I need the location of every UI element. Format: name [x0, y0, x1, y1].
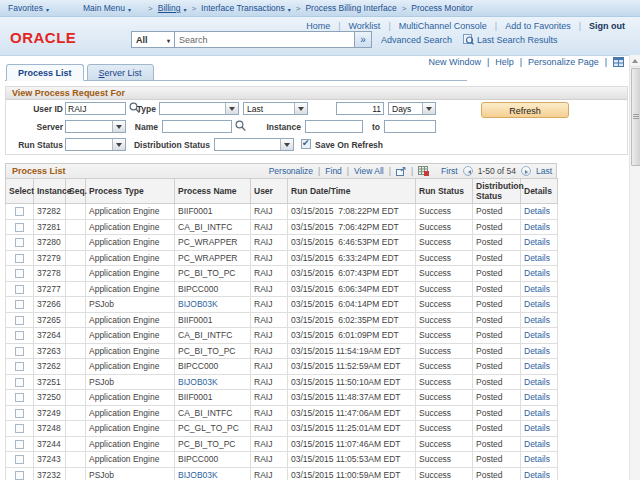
details-link[interactable]: Details — [524, 268, 550, 278]
row-checkbox[interactable] — [15, 409, 24, 418]
details-link[interactable]: Details — [524, 423, 550, 433]
chevron-down-icon[interactable]: ▾ — [46, 5, 49, 12]
details-link[interactable]: Details — [524, 361, 550, 371]
breadcrumb-label[interactable]: Billing — [158, 3, 181, 13]
type-select[interactable] — [159, 102, 239, 115]
grid-toolbar-link[interactable]: View All — [342, 166, 384, 176]
row-checkbox[interactable] — [15, 269, 24, 278]
row-checkbox[interactable] — [15, 207, 24, 216]
details-link[interactable]: Details — [524, 408, 550, 418]
row-checkbox[interactable] — [15, 378, 24, 387]
name-lookup-icon[interactable] — [235, 120, 246, 132]
details-link[interactable]: Details — [524, 315, 550, 325]
personalize-layout-icon[interactable] — [605, 57, 624, 67]
row-checkbox[interactable] — [15, 440, 24, 449]
pagination-next-icon[interactable] — [521, 166, 531, 176]
row-checkbox[interactable] — [15, 455, 24, 464]
last-search-results-link[interactable]: Last Search Results — [477, 35, 558, 45]
breadcrumb-label[interactable]: Favorites — [8, 3, 43, 13]
breadcrumb-label[interactable]: Process Monitor — [411, 3, 472, 13]
details-link[interactable]: Details — [524, 253, 550, 263]
chevron-down-icon[interactable] — [422, 103, 435, 114]
row-checkbox[interactable] — [15, 316, 24, 325]
chevron-down-icon[interactable] — [112, 121, 125, 132]
process-name-link[interactable]: BIJOB03K — [178, 377, 218, 387]
details-link[interactable]: Details — [524, 330, 550, 340]
row-checkbox[interactable] — [15, 362, 24, 371]
advanced-search-link[interactable]: Advanced Search — [381, 35, 452, 45]
chevron-down-icon[interactable]: ▾ — [183, 5, 186, 12]
chevron-down-icon[interactable] — [280, 139, 293, 150]
download-to-excel-icon[interactable] — [406, 166, 429, 176]
server-select[interactable] — [65, 120, 126, 133]
details-link[interactable]: Details — [524, 454, 550, 464]
breadcrumb-item[interactable]: > Billing ▾ — [143, 3, 186, 13]
top-nav-link[interactable]: Home — [306, 21, 330, 31]
row-checkbox[interactable] — [15, 223, 24, 232]
pagination-last-link[interactable]: Last — [536, 166, 552, 176]
row-checkbox[interactable] — [15, 331, 24, 340]
chevron-down-icon[interactable] — [294, 103, 307, 114]
row-checkbox[interactable] — [15, 393, 24, 402]
last-select[interactable]: Last — [243, 102, 308, 115]
pagination-first-link[interactable]: First — [441, 166, 458, 176]
page-action-link[interactable]: New Window — [428, 57, 481, 67]
details-link[interactable]: Details — [524, 206, 550, 216]
days-count-input[interactable] — [336, 102, 384, 115]
zoom-popup-icon[interactable] — [384, 166, 406, 176]
chevron-down-icon[interactable] — [225, 103, 238, 114]
distribution-status-select[interactable] — [214, 138, 294, 151]
details-link[interactable]: Details — [524, 346, 550, 356]
breadcrumb-label[interactable]: Main Menu — [83, 3, 125, 13]
row-checkbox[interactable] — [15, 254, 24, 263]
row-checkbox[interactable] — [15, 424, 24, 433]
process-name-link[interactable]: BIJOB03K — [178, 299, 218, 309]
grid-toolbar-link[interactable]: Personalize — [269, 166, 313, 176]
details-link[interactable]: Details — [524, 222, 550, 232]
breadcrumb-item[interactable]: > Interface Transactions ▾ — [186, 3, 290, 13]
run-status-select[interactable] — [65, 138, 126, 151]
page-action-link[interactable]: Help — [481, 57, 514, 67]
breadcrumb-item[interactable]: Favorites ▾ — [8, 3, 49, 13]
top-nav-link[interactable]: Worklist — [330, 21, 380, 31]
breadcrumb-item[interactable]: > Process Billing Interface — [291, 3, 397, 13]
breadcrumb-label[interactable]: Interface Transactions — [201, 3, 285, 13]
top-nav-link[interactable]: Add to Favorites — [487, 21, 571, 31]
row-checkbox[interactable] — [15, 347, 24, 356]
days-unit-select[interactable]: Days — [388, 102, 436, 115]
top-nav-link[interactable]: Sign out — [571, 21, 625, 31]
tab[interactable]: Process List — [6, 64, 84, 81]
row-checkbox[interactable] — [15, 285, 24, 294]
search-scope-select[interactable]: All ▾ — [131, 31, 175, 48]
breadcrumb-item[interactable]: > Process Monitor — [397, 3, 473, 13]
scrollbar-up-arrow-icon[interactable] — [630, 55, 640, 67]
chevron-down-icon[interactable] — [112, 139, 125, 150]
save-on-refresh-checkbox[interactable] — [301, 139, 311, 149]
details-link[interactable]: Details — [524, 439, 550, 449]
search-go-button[interactable]: » — [355, 31, 372, 48]
details-link[interactable]: Details — [524, 377, 550, 387]
vertical-scrollbar[interactable] — [629, 55, 640, 480]
search-input[interactable] — [175, 31, 355, 48]
details-link[interactable]: Details — [524, 470, 550, 480]
top-nav-link[interactable]: MultiChannel Console — [380, 21, 486, 31]
last-search-results[interactable]: Last Search Results — [463, 34, 558, 45]
row-checkbox[interactable] — [15, 238, 24, 247]
pagination-prev-icon[interactable] — [463, 166, 473, 176]
details-link[interactable]: Details — [524, 237, 550, 247]
details-link[interactable]: Details — [524, 284, 550, 294]
details-link[interactable]: Details — [524, 392, 550, 402]
scrollbar-thumb[interactable] — [631, 68, 640, 166]
tab[interactable]: Server List — [87, 64, 154, 81]
grid-toolbar-link[interactable]: Find — [313, 166, 342, 176]
breadcrumb-item[interactable]: Main Menu ▾ — [83, 3, 131, 13]
instance-from-input[interactable] — [305, 120, 363, 133]
breadcrumb-label[interactable]: Process Billing Interface — [305, 3, 396, 13]
details-link[interactable]: Details — [524, 299, 550, 309]
name-input[interactable] — [162, 120, 232, 133]
chevron-down-icon[interactable]: ▾ — [288, 5, 291, 12]
refresh-button[interactable]: Refresh — [481, 102, 569, 118]
user-id-input[interactable] — [65, 102, 126, 115]
process-name-link[interactable]: BIJOB03K — [178, 470, 218, 480]
page-action-link[interactable]: Personalize Page — [514, 57, 599, 67]
